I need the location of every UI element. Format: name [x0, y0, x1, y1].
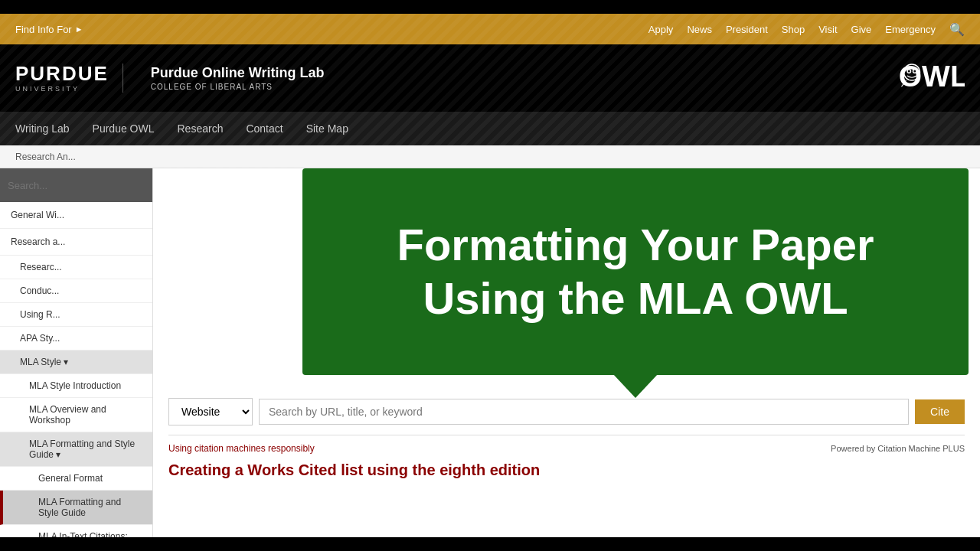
find-info-label: Find Info For	[15, 24, 72, 35]
sidebar-apa-style[interactable]: APA Sty...	[0, 327, 152, 350]
breadcrumb-bar: Research An...	[0, 145, 980, 168]
give-link[interactable]: Give	[851, 24, 872, 35]
sidebar-mla-formatting-guide-label: MLA Formatting and Style Guide	[38, 497, 121, 518]
sidebar-mla-formatting-dropdown-label: MLA Formatting and Style Guide ▾	[29, 439, 135, 460]
citation-responsibility-link[interactable]: Using citation machines responsibly	[168, 443, 315, 454]
cite-button[interactable]: Cite	[915, 399, 965, 424]
sidebar: General Wi... Research a... Researc... C…	[0, 168, 153, 537]
nav-writing-lab[interactable]: Writing Lab	[15, 115, 70, 142]
purdue-text: PURDUE	[15, 64, 109, 83]
breadcrumb: Research An...	[15, 152, 76, 162]
find-info-section[interactable]: Find Info For ►	[15, 24, 83, 35]
sidebar-general-writing-label: General Wi...	[11, 210, 64, 220]
news-link[interactable]: News	[687, 24, 712, 35]
sidebar-apa-style-label: APA Sty...	[20, 333, 60, 344]
nav-contact[interactable]: Contact	[246, 115, 283, 142]
sidebar-mla-formatting-dropdown[interactable]: MLA Formatting and Style Guide ▾	[0, 432, 152, 467]
nav-purdue-owl[interactable]: Purdue OWL	[93, 115, 155, 142]
sidebar-using-r-label: Using R...	[20, 309, 60, 320]
sidebar-conducting-label: Conduc...	[20, 285, 59, 296]
purdue-logo: PURDUE UNIVERSITY	[15, 64, 123, 93]
letterbox-bottom	[0, 537, 980, 551]
sidebar-mla-intro-label: MLA Style Introduction	[29, 380, 121, 391]
visit-link[interactable]: Visit	[818, 24, 837, 35]
owl-title: Purdue Online Writing Lab COLLEGE OF LIB…	[151, 65, 325, 91]
header: PURDUE UNIVERSITY Purdue Online Writing …	[0, 44, 980, 112]
sidebar-conducting[interactable]: Conduc...	[0, 279, 152, 303]
shop-link[interactable]: Shop	[782, 24, 805, 35]
sidebar-general-format[interactable]: General Format	[0, 467, 152, 491]
citation-search-input[interactable]	[259, 399, 909, 425]
top-bar: Find Info For ► Apply News President Sho…	[0, 14, 980, 44]
citation-machine-label: Citation Machine PLUS	[877, 444, 965, 453]
powered-by-label: Powered by Citation Machine PLUS	[831, 444, 965, 453]
overlay-line2: Using the MLA OWL	[423, 273, 848, 323]
citation-area: Website Cite Using citation machines res…	[153, 383, 980, 494]
president-link[interactable]: President	[726, 24, 768, 35]
apply-link[interactable]: Apply	[648, 24, 674, 35]
green-overlay: Formatting Your Paper Using the MLA OWL	[302, 168, 969, 375]
sidebar-search-input[interactable]	[8, 180, 145, 191]
emergency-link[interactable]: Emergency	[885, 24, 936, 35]
sidebar-mla-style[interactable]: MLA Style ▾	[0, 350, 152, 374]
sidebar-mla-overview-label: MLA Overview and Workshop	[29, 404, 106, 425]
overlay-line1: Formatting Your Paper	[397, 220, 874, 269]
sidebar-mla-overview[interactable]: MLA Overview and Workshop	[0, 398, 152, 432]
sidebar-mla-style-label: MLA Style ▾	[20, 357, 68, 367]
sidebar-search[interactable]	[0, 168, 152, 202]
main-content: Formatting Your Paper Using the MLA OWL …	[153, 168, 980, 537]
citation-footer: Using citation machines responsibly Powe…	[168, 435, 965, 454]
sidebar-mla-intext[interactable]: MLA In-Text Citations: The Basics	[0, 525, 152, 537]
content-area: General Wi... Research a... Researc... C…	[0, 168, 980, 537]
sidebar-mla-intro[interactable]: MLA Style Introduction	[0, 374, 152, 398]
sidebar-mla-intext-label: MLA In-Text Citations: The Basics	[38, 531, 128, 537]
svg-point-4	[908, 70, 910, 73]
header-left: PURDUE UNIVERSITY Purdue Online Writing …	[15, 64, 324, 93]
owl-title-sub: COLLEGE OF LIBERAL ARTS	[151, 83, 325, 91]
sidebar-mla-formatting-guide[interactable]: MLA Formatting and Style Guide	[0, 491, 152, 525]
overlay-text: Formatting Your Paper Using the MLA OWL	[381, 203, 889, 340]
sidebar-general-writing[interactable]: General Wi...	[0, 202, 152, 229]
main-wrapper: Find Info For ► Apply News President Sho…	[0, 14, 980, 537]
citation-type-select[interactable]: Website	[168, 398, 253, 425]
nav-research[interactable]: Research	[178, 115, 224, 142]
nav-bar: Writing Lab Purdue OWL Research Contact …	[0, 112, 980, 145]
find-info-arrow-icon: ►	[75, 24, 83, 34]
sidebar-research-label: Research a...	[11, 236, 65, 247]
owl-title-main: Purdue Online Writing Lab	[151, 65, 325, 81]
citation-tool: Website Cite	[168, 398, 965, 425]
top-bar-links: Apply News President Shop Visit Give Eme…	[648, 22, 965, 37]
sidebar-research[interactable]: Research a...	[0, 229, 152, 256]
owl-logo: OWL	[896, 51, 965, 105]
works-cited-title: Creating a Works Cited list using the ei…	[168, 461, 965, 479]
sidebar-researching[interactable]: Researc...	[0, 256, 152, 279]
sidebar-general-format-label: General Format	[38, 473, 103, 484]
purdue-university-label: UNIVERSITY	[15, 85, 80, 93]
search-icon[interactable]: 🔍	[949, 22, 965, 37]
sidebar-researching-label: Researc...	[20, 262, 62, 272]
svg-point-5	[913, 70, 916, 73]
letterbox-top	[0, 0, 980, 14]
nav-site-map[interactable]: Site Map	[306, 115, 348, 142]
sidebar-using-r[interactable]: Using R...	[0, 303, 152, 327]
